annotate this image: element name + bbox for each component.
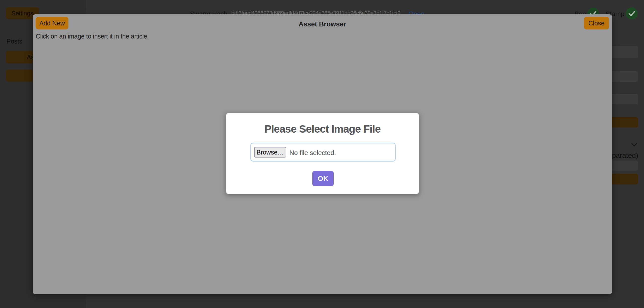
ok-button[interactable]: OK — [312, 171, 334, 186]
dialog-title: Please Select Image File — [226, 123, 419, 135]
browse-button[interactable]: Browse… — [254, 147, 286, 158]
file-select-dialog: Please Select Image File Browse… No file… — [226, 113, 419, 194]
file-input[interactable]: Browse… No file selected. — [250, 143, 396, 162]
clipped-hint-text: parated) — [612, 151, 638, 160]
asset-browser-title: Asset Browser — [33, 20, 612, 28]
asset-browser-caption: Click on an image to insert it in the ar… — [36, 33, 149, 40]
stamp-check-icon — [626, 8, 638, 19]
no-file-selected-text: No file selected. — [289, 149, 336, 157]
chevron-down-icon[interactable] — [631, 142, 638, 147]
close-button[interactable]: Close — [584, 17, 609, 29]
posts-heading: Posts — [7, 38, 22, 45]
